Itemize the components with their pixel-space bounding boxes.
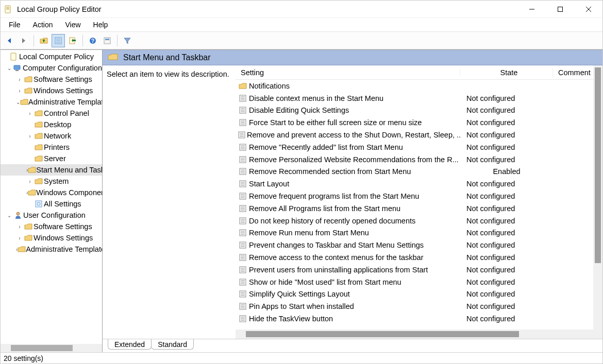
chevron-right-icon[interactable]: ›: [26, 133, 34, 139]
list-item[interactable]: Prevent changes to Taskbar and Start Men…: [236, 239, 602, 251]
list-item[interactable]: Disable context menus in the Start MenuN…: [236, 92, 602, 105]
chevron-right-icon[interactable]: ›: [16, 235, 23, 241]
tree-windows-components[interactable]: › Windows Components: [1, 187, 102, 198]
state-label: Enabled: [460, 167, 553, 176]
tree-control-panel[interactable]: › Control Panel: [1, 108, 102, 119]
svg-rect-20: [36, 201, 42, 207]
menu-file[interactable]: File: [3, 19, 27, 31]
tree-label: Desktop: [44, 120, 71, 129]
app-icon: [4, 5, 13, 14]
setting-label: Remove frequent programs list from the S…: [249, 192, 419, 200]
tree-user-config[interactable]: ⌄ User Configuration: [1, 210, 102, 221]
chevron-down-icon[interactable]: ⌄: [16, 99, 20, 105]
tree-horizontal-scrollbar[interactable]: [1, 344, 102, 352]
state-label: Not configured: [460, 302, 553, 310]
list-item[interactable]: Do not keep history of recently opened d…: [236, 215, 602, 227]
maximize-button[interactable]: [546, 1, 574, 18]
setting-label: Simplify Quick Settings Layout: [249, 290, 350, 298]
titlebar: Local Group Policy Editor: [1, 1, 602, 18]
list-item[interactable]: Pin Apps to Start when installedNot conf…: [236, 300, 602, 313]
menu-view[interactable]: View: [59, 19, 87, 31]
content-header-title: Start Menu and Taskbar: [123, 53, 211, 62]
chevron-right-icon[interactable]: ›: [16, 224, 23, 230]
list-item[interactable]: Show or hide "Most used" list from Start…: [236, 276, 602, 288]
content-body: Select an item to view its description. …: [103, 65, 602, 339]
list-item[interactable]: Remove and prevent access to the Shut Do…: [236, 129, 602, 141]
chevron-right-icon[interactable]: ›: [26, 111, 34, 116]
list-item[interactable]: Remove Run menu from Start MenuNot confi…: [236, 227, 602, 239]
list-item[interactable]: Remove access to the context menus for t…: [236, 251, 602, 264]
export-icon[interactable]: [66, 34, 79, 47]
list-item[interactable]: Remove All Programs list from the Start …: [236, 202, 602, 215]
menu-help[interactable]: Help: [87, 19, 114, 31]
scrollbar-thumb[interactable]: [246, 331, 519, 337]
list-item[interactable]: Remove "Recently added" list from Start …: [236, 141, 602, 153]
chevron-right-icon[interactable]: ›: [16, 88, 23, 94]
list-item[interactable]: Disable Editing Quick SettingsNot config…: [236, 105, 602, 117]
tree-label: Administrative Templates: [28, 98, 102, 106]
list-item[interactable]: Notifications: [236, 80, 602, 92]
filter-icon[interactable]: [121, 34, 134, 47]
tree-computer-config[interactable]: ⌄ Computer Configuration: [1, 62, 102, 74]
tree[interactable]: Local Computer Policy ⌄ Computer Configu…: [1, 50, 102, 342]
menu-action[interactable]: Action: [27, 19, 59, 31]
list-item[interactable]: Hide the TaskView buttonNot configured: [236, 313, 602, 325]
state-label: Not configured: [460, 204, 553, 213]
tree-software-settings[interactable]: › Software Settings: [1, 74, 102, 85]
chevron-down-icon[interactable]: ⌄: [6, 65, 13, 71]
tree-u-admin-templates[interactable]: › Administrative Templates: [1, 244, 102, 255]
tree-label: Printers: [44, 143, 70, 151]
vertical-scrollbar[interactable]: [593, 65, 602, 330]
tree-desktop[interactable]: Desktop: [1, 119, 102, 130]
list-item[interactable]: Force Start to be either full screen siz…: [236, 116, 602, 129]
list-item[interactable]: Start LayoutNot configured: [236, 178, 602, 190]
close-button[interactable]: [574, 1, 602, 18]
tree-root[interactable]: Local Computer Policy: [1, 51, 102, 62]
computer-icon: [13, 64, 23, 72]
list-rows[interactable]: NotificationsDisable context menus in th…: [236, 80, 602, 330]
tree-network[interactable]: › Network: [1, 130, 102, 142]
up-folder-icon[interactable]: [37, 34, 51, 47]
help-icon[interactable]: ?: [86, 34, 99, 47]
list-item[interactable]: Simplify Quick Settings LayoutNot config…: [236, 288, 602, 301]
list-item[interactable]: Remove Personalized Website Recommendati…: [236, 153, 602, 166]
window-title: Local Group Policy Editor: [17, 5, 102, 13]
chevron-right-icon[interactable]: ›: [26, 179, 34, 184]
list-header: Setting State Comment: [236, 65, 602, 80]
tree-server[interactable]: Server: [1, 153, 102, 164]
right-pane: Start Menu and Taskbar Select an item to…: [103, 50, 602, 352]
list-item[interactable]: Remove Recommended section from Start Me…: [236, 166, 602, 178]
chevron-down-icon[interactable]: ⌄: [6, 213, 13, 218]
minimize-button[interactable]: [517, 1, 546, 18]
tab-extended[interactable]: Extended: [108, 339, 152, 350]
tree-u-windows-settings[interactable]: › Windows Settings: [1, 232, 102, 244]
column-state[interactable]: State: [460, 68, 553, 77]
back-icon[interactable]: [3, 34, 16, 47]
tree-system[interactable]: › System: [1, 176, 102, 187]
tree-all-settings[interactable]: All Settings: [1, 198, 102, 210]
tree-windows-settings[interactable]: › Windows Settings: [1, 85, 102, 96]
folder-icon: [34, 110, 44, 117]
folder-icon: [28, 189, 36, 196]
tree-u-software-settings[interactable]: › Software Settings: [1, 221, 102, 232]
tree-start-menu[interactable]: › Start Menu and Taskbar: [1, 164, 102, 176]
scrollbar-thumb[interactable]: [595, 67, 601, 263]
properties-icon[interactable]: [52, 34, 65, 47]
tree-admin-templates[interactable]: ⌄ Administrative Templates: [1, 96, 102, 108]
options-icon[interactable]: [100, 34, 114, 47]
tab-standard[interactable]: Standard: [151, 339, 194, 350]
list-item[interactable]: Remove frequent programs list from the S…: [236, 190, 602, 202]
scrollbar-thumb[interactable]: [11, 345, 73, 351]
column-setting[interactable]: Setting: [236, 68, 460, 77]
folder-icon: [108, 53, 118, 63]
chevron-right-icon[interactable]: ›: [16, 77, 23, 82]
list-item[interactable]: Prevent users from uninstalling applicat…: [236, 264, 602, 276]
settings-list: Setting State Comment NotificationsDisab…: [236, 65, 602, 339]
state-label: Not configured: [460, 192, 553, 200]
setting-label: Disable context menus in the Start Menu: [249, 94, 383, 102]
setting-icon: [238, 180, 248, 188]
forward-icon[interactable]: [17, 34, 30, 47]
tree-printers[interactable]: Printers: [1, 142, 102, 153]
setting-label: Remove and prevent access to the Shut Do…: [247, 131, 460, 139]
horizontal-scrollbar[interactable]: [236, 330, 602, 339]
